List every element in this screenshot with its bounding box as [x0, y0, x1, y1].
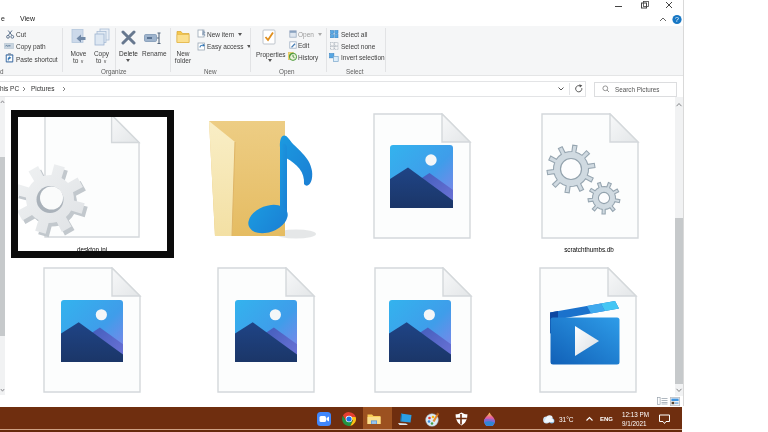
svg-text:?: ?	[675, 16, 679, 23]
